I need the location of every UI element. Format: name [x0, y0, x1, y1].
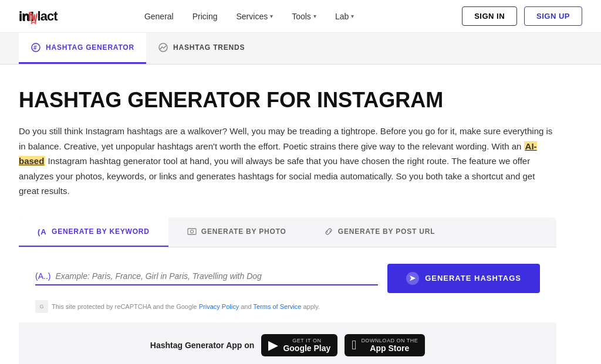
nav-lab-label: Lab	[335, 12, 349, 21]
app-section-label: Hashtag Generator App on	[150, 341, 255, 350]
subnav: # HASHTAG GENERATOR HASHTAG TRENDS	[0, 33, 601, 64]
app-section: Hashtag Generator App on ▶ GET IT ON Goo…	[19, 322, 556, 364]
generator-section: (A..) GENERATE BY KEYWORD GENERATE BY PH…	[19, 217, 556, 364]
header-actions: SIGN IN SIGN UP	[462, 6, 582, 26]
chevron-down-icon: ▾	[351, 13, 354, 19]
nav-services[interactable]: Services ▾	[229, 7, 281, 26]
tab-hashtag-generator[interactable]: # HASHTAG GENERATOR	[19, 33, 146, 64]
svg-text:(A..): (A..)	[38, 227, 47, 236]
gen-tab-keyword-label: GENERATE BY KEYWORD	[52, 227, 150, 236]
nav-general[interactable]: General	[137, 7, 181, 26]
chevron-down-icon: ▾	[313, 13, 316, 19]
keyword-input-icon: (A..)	[35, 271, 50, 281]
page-description: Do you still think Instagram hashtags ar…	[19, 124, 556, 199]
generate-hashtags-button[interactable]: ➤ GENERATE HASHTAGS	[387, 264, 540, 293]
trends-icon	[158, 42, 168, 53]
recaptcha-text: This site protected by reCAPTCHA and the…	[52, 303, 320, 310]
input-area: (A..) ➤ GENERATE HASHTAGS G This site pr…	[19, 247, 556, 322]
keyword-input-wrap: (A..)	[35, 271, 378, 285]
header: in f lact inflact in lact General Pricin…	[0, 0, 601, 33]
generate-button-icon: ➤	[406, 272, 419, 285]
sign-up-button[interactable]: SIGN UP	[524, 6, 582, 26]
nav-pricing[interactable]: Pricing	[185, 7, 225, 26]
chevron-down-icon: ▾	[270, 13, 273, 19]
generator-tabs: (A..) GENERATE BY KEYWORD GENERATE BY PH…	[19, 217, 556, 247]
recaptcha-icon: G	[35, 300, 48, 313]
nav-services-label: Services	[237, 12, 268, 21]
logo-lact: lact	[38, 9, 58, 24]
gen-tab-photo[interactable]: GENERATE BY PHOTO	[168, 217, 305, 247]
tab-hashtag-trends-label: HASHTAG TRENDS	[173, 43, 245, 52]
tab-hashtag-trends[interactable]: HASHTAG TRENDS	[146, 33, 256, 64]
app-store-top-text: Download on the	[361, 338, 418, 343]
gen-tab-photo-label: GENERATE BY PHOTO	[201, 227, 286, 236]
tab-hashtag-generator-label: HASHTAG GENERATOR	[46, 43, 134, 52]
desc-part3: Instagram hashtag generator tool at hand…	[19, 156, 535, 196]
page-title: HASHTAG GENERATOR FOR INSTAGRAM	[19, 88, 556, 112]
svg-text:#: #	[33, 45, 37, 51]
privacy-policy-link[interactable]: Privacy Policy	[199, 303, 239, 310]
gen-tab-url[interactable]: GENERATE BY POST URL	[305, 217, 454, 247]
sign-in-button[interactable]: SIGN IN	[462, 6, 517, 26]
input-row: (A..) ➤ GENERATE HASHTAGS	[35, 264, 540, 293]
desc-part1: Do you still think Instagram hashtags ar…	[19, 126, 552, 151]
main-nav: General Pricing Services ▾ Tools ▾ Lab ▾	[137, 7, 361, 26]
hashtag-icon: #	[31, 42, 41, 53]
svg-rect-7	[188, 229, 196, 234]
nav-tools[interactable]: Tools ▾	[285, 7, 323, 26]
google-play-text: GET IT ON Google Play	[283, 338, 330, 353]
google-play-icon: ▶	[268, 338, 278, 353]
app-section-row: Hashtag Generator App on ▶ GET IT ON Goo…	[35, 334, 540, 356]
photo-icon	[187, 227, 197, 236]
main-content: HASHTAG GENERATOR FOR INSTAGRAM Do you s…	[0, 64, 575, 364]
link-icon	[324, 227, 333, 236]
keyword-icon: (A..)	[38, 227, 47, 236]
generate-button-label: GENERATE HASHTAGS	[425, 274, 521, 283]
google-play-name: Google Play	[283, 343, 330, 353]
app-store-text: Download on the App Store	[361, 338, 418, 353]
terms-of-service-link[interactable]: Terms of Service	[253, 303, 301, 310]
google-play-badge[interactable]: ▶ GET IT ON Google Play	[261, 334, 337, 356]
nav-lab[interactable]: Lab ▾	[328, 7, 361, 26]
nav-tools-label: Tools	[292, 12, 311, 21]
logo-flame-icon	[29, 9, 38, 24]
app-store-badge[interactable]:  Download on the App Store	[345, 334, 425, 356]
keyword-input[interactable]	[55, 271, 378, 281]
app-store-icon: 	[352, 338, 356, 353]
svg-point-8	[190, 230, 193, 233]
recaptcha-notice: G This site protected by reCAPTCHA and t…	[35, 300, 540, 313]
google-play-top-text: GET IT ON	[283, 338, 330, 343]
app-store-name: App Store	[361, 343, 418, 353]
gen-tab-keyword[interactable]: (A..) GENERATE BY KEYWORD	[19, 217, 168, 247]
logo-in: in	[19, 9, 29, 24]
gen-tab-url-label: GENERATE BY POST URL	[338, 227, 435, 236]
